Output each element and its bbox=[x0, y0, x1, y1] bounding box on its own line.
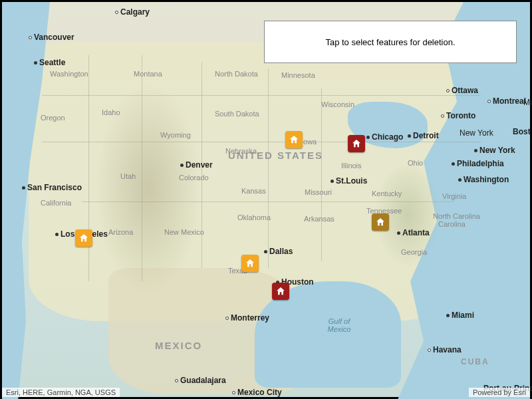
house-icon bbox=[351, 138, 362, 149]
state-line bbox=[321, 88, 322, 261]
terrain-rockies bbox=[95, 82, 201, 295]
instruction-tooltip: Tap to select features for deletion. bbox=[264, 21, 517, 63]
house-icon bbox=[289, 134, 299, 145]
state-line bbox=[42, 142, 481, 142]
house-icon bbox=[275, 286, 286, 297]
feature-marker[interactable] bbox=[372, 213, 389, 231]
feature-marker[interactable] bbox=[272, 283, 289, 300]
state-line bbox=[142, 55, 142, 281]
attribution-powered-by[interactable]: Powered by Esri bbox=[469, 388, 530, 397]
house-icon bbox=[78, 233, 89, 243]
house-icon bbox=[245, 258, 255, 269]
state-line bbox=[201, 62, 202, 268]
feature-marker[interactable] bbox=[285, 131, 303, 148]
map-view[interactable]: UNITED STATES MEXICO CUBA Gulf of Mexico… bbox=[0, 0, 532, 399]
instruction-text: Tap to select features for deletion. bbox=[325, 37, 455, 47]
attribution-sources: Esri, HERE, Garmin, NGA, USGS bbox=[2, 388, 120, 397]
house-icon bbox=[375, 217, 386, 227]
feature-marker[interactable] bbox=[348, 135, 365, 152]
state-line bbox=[268, 68, 269, 268]
state-line bbox=[42, 95, 481, 96]
feature-marker[interactable] bbox=[75, 229, 92, 247]
feature-marker[interactable] bbox=[241, 255, 259, 272]
state-line bbox=[82, 201, 454, 202]
state-line bbox=[88, 55, 89, 281]
